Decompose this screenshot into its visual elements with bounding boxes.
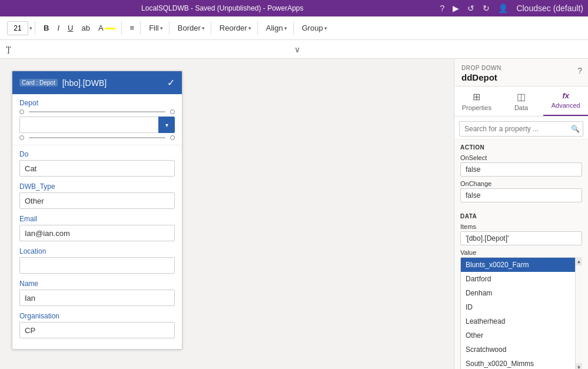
field-dwb-type-input[interactable] bbox=[19, 192, 175, 209]
handle-left[interactable] bbox=[19, 109, 24, 114]
tab-properties-label: Properties bbox=[462, 104, 491, 111]
dropdown-item-7[interactable]: South_x0020_Mimms bbox=[461, 357, 582, 369]
onchange-value[interactable]: false bbox=[460, 188, 582, 202]
user-label: Cloudsec (default) bbox=[516, 4, 583, 13]
field-do: Do bbox=[19, 150, 175, 177]
field-location-label: Location bbox=[19, 247, 175, 255]
app-title: LocalSQLDWB - Saved (Unpublished) - Powe… bbox=[141, 4, 303, 12]
depot-input-row: ▾ bbox=[19, 117, 175, 133]
scroll-down-arrow[interactable]: ▼ bbox=[576, 363, 582, 369]
user-icon[interactable]: 👤 bbox=[498, 4, 508, 13]
undo-icon[interactable]: ↺ bbox=[467, 4, 474, 13]
title-bar: LocalSQLDWB - Saved (Unpublished) - Powe… bbox=[0, 0, 588, 16]
font-color-button[interactable]: A bbox=[95, 21, 119, 35]
group-group: Group ▾ bbox=[296, 21, 333, 35]
items-value[interactable]: '[dbo].[Depot]' bbox=[460, 231, 582, 245]
field-organisation-label: Organisation bbox=[19, 312, 175, 320]
main-area: Card : Depot [hbo].[DWB] ✓ Depot ▾ bbox=[0, 59, 588, 369]
handle-bottom-left[interactable] bbox=[19, 135, 24, 140]
font-size-group: ▾ bbox=[5, 21, 35, 35]
tab-advanced[interactable]: fx Advanced bbox=[543, 87, 588, 116]
reorder-group: Reorder ▾ bbox=[214, 21, 258, 35]
onchange-row: OnChange false bbox=[460, 180, 582, 202]
slider-bottom-track bbox=[29, 137, 165, 138]
align-group: ≡ bbox=[124, 21, 141, 35]
align-label-group: Align ▾ bbox=[260, 21, 294, 35]
depot-slider-row bbox=[19, 109, 175, 114]
dropdown-item-5[interactable]: Other bbox=[461, 328, 582, 343]
advanced-tab-icon: fx bbox=[562, 91, 569, 100]
depot-text-input[interactable] bbox=[19, 117, 158, 133]
group-chevron: ▾ bbox=[324, 25, 327, 31]
handle-right[interactable] bbox=[170, 109, 175, 114]
panel-help-icon[interactable]: ? bbox=[577, 66, 582, 75]
tab-data[interactable]: ◫ Data bbox=[499, 87, 544, 116]
align-button[interactable]: ≡ bbox=[127, 21, 138, 35]
panel-tabs: ⊞ Properties ◫ Data fx Advanced bbox=[454, 87, 588, 117]
onselect-label: OnSelect bbox=[460, 154, 582, 161]
dropdown-item-4[interactable]: Leatherhead bbox=[461, 314, 582, 328]
handle-bottom-right[interactable] bbox=[170, 135, 175, 140]
field-email: Email bbox=[19, 215, 175, 241]
help-icon[interactable]: ? bbox=[440, 4, 445, 13]
dropdown-item-1[interactable]: Dartford bbox=[461, 272, 582, 286]
field-email-label: Email bbox=[19, 215, 175, 223]
scroll-up-arrow[interactable]: ▲ bbox=[576, 257, 582, 265]
data-section-label: DATA bbox=[460, 213, 582, 220]
dropdown-container: Blunts_x0020_Farm Dartford Denham ID Lea… bbox=[460, 257, 582, 369]
field-do-label: Do bbox=[19, 150, 175, 158]
formula-expand[interactable]: ∨ bbox=[294, 45, 583, 54]
font-size-input[interactable] bbox=[7, 21, 28, 35]
tab-properties[interactable]: ⊞ Properties bbox=[454, 87, 499, 116]
properties-tab-icon: ⊞ bbox=[473, 91, 480, 102]
strikethrough-button[interactable]: ab bbox=[78, 21, 93, 35]
dropdown-scrollbar[interactable]: ▲ ▼ bbox=[575, 257, 582, 369]
field-email-input[interactable] bbox=[19, 225, 175, 241]
group-button[interactable]: Group ▾ bbox=[298, 21, 331, 35]
reorder-button[interactable]: Reorder ▾ bbox=[216, 21, 255, 35]
panel-section-label: DROP DOWN bbox=[461, 65, 581, 71]
header-tag: Card : Depot bbox=[19, 79, 58, 87]
field-location: Location bbox=[19, 247, 175, 274]
redo-icon[interactable]: ↻ bbox=[483, 4, 490, 13]
panel-control-name: ddDepot bbox=[461, 72, 581, 82]
italic-button[interactable]: I bbox=[54, 21, 63, 35]
dropdown-item-0[interactable]: Blunts_x0020_Farm bbox=[461, 258, 582, 272]
check-icon[interactable]: ✓ bbox=[167, 77, 175, 88]
form-fields: Do DWB_Type Email Location Name bbox=[12, 145, 182, 349]
field-organisation-input[interactable] bbox=[19, 322, 175, 338]
fill-chevron: ▾ bbox=[160, 25, 163, 31]
panel-header: DROP DOWN ddDepot ? bbox=[454, 59, 588, 87]
dropdown-item-2[interactable]: Denham bbox=[461, 286, 582, 300]
underline-button[interactable]: U bbox=[64, 21, 77, 35]
font-size-chevron[interactable]: ▾ bbox=[29, 25, 32, 31]
border-button[interactable]: Border ▾ bbox=[174, 21, 208, 35]
items-label: Items bbox=[460, 223, 582, 230]
fill-group: Fill ▾ bbox=[143, 21, 170, 35]
onselect-value[interactable]: false bbox=[460, 162, 582, 177]
toolbar: ▾ B I U ab A ≡ Fill ▾ Border ▾ Reorder ▾… bbox=[0, 16, 588, 40]
fill-button[interactable]: Fill ▾ bbox=[145, 21, 167, 35]
right-panel: DROP DOWN ddDepot ? ⊞ Properties ◫ Data … bbox=[454, 59, 588, 369]
action-section-label: ACTION bbox=[460, 144, 582, 151]
depot-dropdown-button[interactable]: ▾ bbox=[158, 117, 175, 133]
align-label-button[interactable]: Align ▾ bbox=[263, 21, 291, 35]
dropdown-item-3[interactable]: ID bbox=[461, 300, 582, 314]
property-search-input[interactable] bbox=[459, 121, 583, 137]
dropdown-list: Blunts_x0020_Farm Dartford Denham ID Lea… bbox=[460, 257, 582, 369]
form-card: Card : Depot [hbo].[DWB] ✓ Depot ▾ bbox=[12, 71, 182, 350]
form-header: Card : Depot [hbo].[DWB] ✓ bbox=[12, 71, 182, 94]
value-row: Value Blunts_x0020_Farm Dartford Denham … bbox=[460, 249, 582, 369]
dropdown-item-6[interactable]: Scratchwood bbox=[461, 343, 582, 357]
depot-controls: ▾ bbox=[19, 109, 175, 140]
field-do-input[interactable] bbox=[19, 160, 175, 177]
bold-button[interactable]: B bbox=[40, 21, 52, 35]
canvas-area: Card : Depot [hbo].[DWB] ✓ Depot ▾ bbox=[0, 59, 454, 369]
depot-bottom-handles bbox=[19, 135, 175, 140]
play-icon[interactable]: ▶ bbox=[453, 4, 459, 13]
panel-scroll: ACTION OnSelect false OnChange false DAT… bbox=[454, 139, 588, 369]
value-label: Value bbox=[460, 249, 582, 256]
text-format-group: B I U ab A bbox=[38, 21, 122, 35]
field-location-input[interactable] bbox=[19, 257, 175, 274]
field-name-input[interactable] bbox=[19, 290, 175, 306]
